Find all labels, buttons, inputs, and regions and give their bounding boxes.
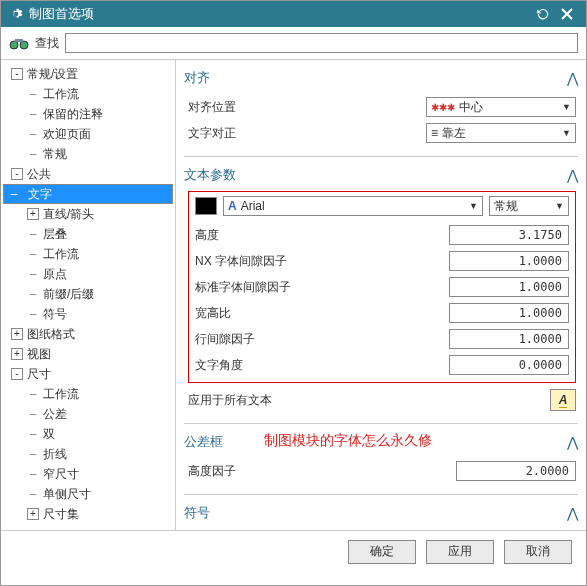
- svg-point-0: [10, 41, 18, 49]
- tree-leaf-icon: –: [27, 247, 39, 261]
- tree-item[interactable]: –欢迎页面: [3, 124, 173, 144]
- tree-item[interactable]: –原点: [3, 264, 173, 284]
- tree-item-label: 直线/箭头: [43, 206, 94, 223]
- chevron-up-icon: ⋀: [567, 505, 578, 521]
- tree-item-label: 工作流: [43, 86, 79, 103]
- collapse-icon[interactable]: -: [11, 168, 23, 180]
- tree-item[interactable]: –单侧尺寸: [3, 484, 173, 504]
- ok-button[interactable]: 确定: [348, 540, 416, 564]
- tree-item-label: 公共: [27, 166, 51, 183]
- expand-icon[interactable]: +: [27, 508, 39, 520]
- tree-item[interactable]: –符号: [3, 304, 173, 324]
- collapse-icon[interactable]: -: [11, 368, 23, 380]
- overlay-annotation: 制图模块的字体怎么永久修: [264, 432, 432, 450]
- align-pos-select[interactable]: ✱✱✱ 中心▼: [426, 97, 576, 117]
- tree-leaf-icon: –: [27, 307, 39, 321]
- color-swatch[interactable]: [195, 197, 217, 215]
- tree-item[interactable]: +视图: [3, 344, 173, 364]
- close-button[interactable]: [556, 5, 578, 23]
- group-symbol: 符号 ⋀ Symbol Font File A NX ANSI Symbo▾: [184, 501, 578, 530]
- font-a-icon: A: [228, 199, 237, 213]
- param-label: 宽高比: [195, 305, 305, 322]
- search-input[interactable]: [65, 33, 578, 53]
- expand-icon[interactable]: +: [11, 328, 23, 340]
- tree-item[interactable]: –窄尺寸: [3, 464, 173, 484]
- tree-leaf-icon: –: [27, 467, 39, 481]
- tree-leaf-icon: –: [27, 227, 39, 241]
- reset-button[interactable]: [532, 5, 554, 23]
- cancel-button[interactable]: 取消: [504, 540, 572, 564]
- font-style-select[interactable]: 常规▼: [489, 196, 569, 216]
- search-bar: 查找: [1, 27, 586, 60]
- tree-item-label: 欢迎页面: [43, 126, 91, 143]
- tree-item[interactable]: -尺寸: [3, 364, 173, 384]
- param-input[interactable]: [449, 303, 569, 323]
- align-left-icon: ≡: [431, 126, 438, 140]
- tree-leaf-icon: –: [27, 487, 39, 501]
- group-header-align[interactable]: 对齐 ⋀: [184, 66, 578, 90]
- gear-icon: [9, 7, 23, 21]
- tree-item[interactable]: +尺寸集: [3, 504, 173, 524]
- text-justify-select[interactable]: ≡ 靠左▼: [426, 123, 576, 143]
- tree-item[interactable]: –文字: [3, 184, 173, 204]
- align-center-icon: ✱✱✱: [431, 102, 455, 113]
- tree-item-label: 折线: [43, 446, 67, 463]
- apply-button[interactable]: 应用: [426, 540, 494, 564]
- param-label: 行间隙因子: [195, 331, 305, 348]
- tree-item-label: 文字: [28, 186, 52, 203]
- height-factor-label: 高度因子: [188, 463, 298, 480]
- search-label: 查找: [35, 35, 59, 52]
- tree-leaf-icon: –: [8, 187, 20, 201]
- group-header-tolerance[interactable]: 公差框 制图模块的字体怎么永久修 ⋀: [184, 430, 578, 454]
- tree-item-label: 双: [43, 426, 55, 443]
- tree-item[interactable]: +直线/箭头: [3, 204, 173, 224]
- tree-item-label: 前缀/后缀: [43, 286, 94, 303]
- collapse-icon[interactable]: -: [11, 68, 23, 80]
- expand-icon[interactable]: +: [27, 208, 39, 220]
- param-label: 标准字体间隙因子: [195, 279, 305, 296]
- font-select[interactable]: A Arial▼: [223, 196, 483, 216]
- tree-leaf-icon: –: [27, 107, 39, 121]
- text-justify-label: 文字对正: [188, 125, 298, 142]
- tree-leaf-icon: –: [27, 387, 39, 401]
- tree-leaf-icon: –: [27, 287, 39, 301]
- param-input[interactable]: [449, 251, 569, 271]
- tree-item[interactable]: –工作流: [3, 244, 173, 264]
- group-header-text-param[interactable]: 文本参数 ⋀: [184, 163, 578, 187]
- tree-item[interactable]: –前缀/后缀: [3, 284, 173, 304]
- tree-item-label: 保留的注释: [43, 106, 103, 123]
- group-header-symbol[interactable]: 符号 ⋀: [184, 501, 578, 525]
- text-param-highlight: A Arial▼ 常规▼ 高度NX 字体间隙因子标准字体间隙因子宽高比行间隙因子…: [188, 191, 576, 383]
- tree-item-label: 符号: [43, 306, 67, 323]
- tree-item-label: 常规: [43, 146, 67, 163]
- nav-tree[interactable]: -常规/设置–工作流–保留的注释–欢迎页面–常规-公共–文字+直线/箭头–层叠–…: [1, 60, 176, 530]
- tree-item[interactable]: –工作流: [3, 84, 173, 104]
- tree-item[interactable]: –折线: [3, 444, 173, 464]
- tree-item[interactable]: -公共: [3, 164, 173, 184]
- param-input[interactable]: [449, 277, 569, 297]
- param-label: 高度: [195, 227, 305, 244]
- tree-item[interactable]: –层叠: [3, 224, 173, 244]
- expand-icon[interactable]: +: [11, 348, 23, 360]
- tree-item-label: 常规/设置: [27, 66, 78, 83]
- param-input[interactable]: [449, 329, 569, 349]
- tree-item[interactable]: –常规: [3, 144, 173, 164]
- tree-item[interactable]: –公差: [3, 404, 173, 424]
- tree-item[interactable]: –双: [3, 424, 173, 444]
- apply-all-button[interactable]: A: [550, 389, 576, 411]
- tree-item[interactable]: –工作流: [3, 384, 173, 404]
- group-tolerance-box: 公差框 制图模块的字体怎么永久修 ⋀ 高度因子: [184, 430, 578, 495]
- tree-item-label: 层叠: [43, 226, 67, 243]
- tree-item-label: 工作流: [43, 246, 79, 263]
- tree-item-label: 公差: [43, 406, 67, 423]
- param-input[interactable]: [449, 355, 569, 375]
- tree-leaf-icon: –: [27, 267, 39, 281]
- tree-item[interactable]: +图纸格式: [3, 324, 173, 344]
- tree-item-label: 原点: [43, 266, 67, 283]
- tree-item-label: 窄尺寸: [43, 466, 79, 483]
- tree-item[interactable]: -常规/设置: [3, 64, 173, 84]
- param-input[interactable]: [449, 225, 569, 245]
- height-factor-input[interactable]: [456, 461, 576, 481]
- tree-item[interactable]: –保留的注释: [3, 104, 173, 124]
- chevron-up-icon: ⋀: [567, 434, 578, 450]
